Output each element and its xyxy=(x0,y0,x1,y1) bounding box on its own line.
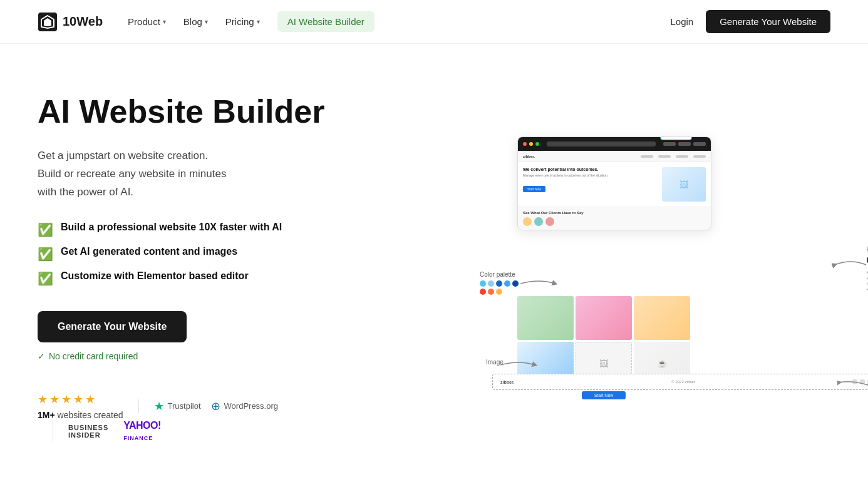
nav-ai-builder[interactable]: AI Website Builder xyxy=(277,11,375,32)
finance-label: FINANCE xyxy=(123,435,153,441)
palette-dot-5 xyxy=(512,280,519,287)
cta-wrapper: Generate Your Website xyxy=(38,311,388,351)
count-number: 1M+ xyxy=(38,410,55,420)
websites-count: 1M+ websites created xyxy=(38,410,123,420)
feature-text-3: Customize with Elementor based editor xyxy=(61,270,249,282)
trustpilot-label: Trustpilot xyxy=(168,401,201,411)
trustpilot-icon: ★ xyxy=(154,399,164,413)
hero-description: Get a jumpstart on website creation. Bui… xyxy=(38,147,388,202)
mockup-min-dot xyxy=(529,142,533,146)
footer-mockup-logo: zibber. xyxy=(500,380,514,384)
palette-dot-7 xyxy=(488,289,494,295)
check-icon-3: ✅ xyxy=(38,271,53,286)
illustration-container: zibber. We convert potential into outcom… xyxy=(480,136,830,399)
color-palette-label: Color palette xyxy=(480,271,524,278)
footer-arrow xyxy=(837,375,868,391)
bi-label2: INSIDER xyxy=(68,431,101,439)
logo[interactable]: 10Web xyxy=(38,12,103,32)
navbar-left: 10Web Product ▾ Blog ▾ Pricing ▾ AI Webs… xyxy=(38,11,375,32)
brand-name: 10Web xyxy=(63,14,103,29)
mockup-hero-img-icon: 🖼 xyxy=(679,180,688,190)
wordpress-icon: ⊕ xyxy=(211,399,220,413)
font-arrow xyxy=(832,255,868,274)
nav-product[interactable]: Product ▾ xyxy=(128,16,166,27)
stars-block: ★ ★ ★ ★ ★ 1M+ websites created xyxy=(38,392,123,420)
no-credit-check-icon: ✓ xyxy=(38,351,45,361)
navbar: 10Web Product ▾ Blog ▾ Pricing ▾ AI Webs… xyxy=(0,0,868,44)
nav-pricing[interactable]: Pricing ▾ xyxy=(225,16,260,27)
hero-cta-button[interactable]: Generate Your Website xyxy=(38,311,187,342)
color-palette-annotation: Color palette xyxy=(480,271,524,295)
feature-item-1: ✅ Build a professional website 10X faste… xyxy=(38,222,388,237)
press-business-insider: BUSINESS INSIDER xyxy=(68,424,108,439)
feature-text-2: Get AI generated content and images xyxy=(61,246,237,257)
mockup-max-dot xyxy=(535,142,539,146)
mockup-testimonials-title: See What Our Clients Have to Say xyxy=(523,211,706,215)
chevron-down-icon: ▾ xyxy=(205,18,208,25)
chevron-down-icon: ▾ xyxy=(257,18,260,25)
grid-mug-icon: ☕ xyxy=(658,359,667,368)
footer-mockup-text: © 2022 zibber xyxy=(671,380,695,384)
footer-mockup: zibber. © 2022 zibber xyxy=(492,374,868,390)
hero-section: AI Website Builder Get a jumpstart on we… xyxy=(0,44,868,477)
star-5: ★ xyxy=(85,392,95,406)
grid-start-now-btn: Start Now xyxy=(582,391,626,399)
palette-dot-8 xyxy=(496,289,502,295)
login-button[interactable]: Login xyxy=(670,16,693,27)
nav-cta-button[interactable]: Generate Your Website xyxy=(706,10,830,33)
image-annotation: Image xyxy=(486,359,504,366)
palette-dot-4 xyxy=(504,280,510,287)
nav-blog[interactable]: Blog ▾ xyxy=(183,16,208,27)
count-label: websites created xyxy=(58,410,123,420)
navbar-right: Login Generate Your Website xyxy=(670,10,830,33)
press-logos: BUSINESS INSIDER YAHOO! FINANCE xyxy=(53,420,161,443)
palette-arrow xyxy=(520,277,558,290)
no-credit-text: No credit card required xyxy=(49,351,138,361)
chevron-down-icon: ▾ xyxy=(163,18,166,25)
feature-item-3: ✅ Customize with Elementor based editor xyxy=(38,270,388,286)
hero-title: AI Website Builder xyxy=(38,94,388,130)
wordpress-label: WordPress.org xyxy=(224,401,278,411)
star-2: ★ xyxy=(49,392,59,406)
feature-text-1: Build a professional website 10X faster … xyxy=(61,222,282,233)
hero-illustration: zibber. We convert potential into outcom… xyxy=(480,136,830,399)
hero-left: AI Website Builder Get a jumpstart on we… xyxy=(38,94,388,443)
star-4: ★ xyxy=(73,392,83,406)
press-yahoo: YAHOO! FINANCE xyxy=(123,420,161,443)
wordpress-badge[interactable]: ⊕ WordPress.org xyxy=(211,399,278,413)
star-rating: ★ ★ ★ ★ ★ xyxy=(38,392,123,406)
mockup-start-btn: Start Now xyxy=(523,186,545,192)
no-credit-notice: ✓ No credit card required xyxy=(38,351,388,361)
hero-desc-line1: Get a jumpstart on website creation. xyxy=(38,147,388,165)
check-icon-1: ✅ xyxy=(38,222,53,237)
palette-dot-1 xyxy=(480,280,486,287)
mockup-close-dot xyxy=(523,142,527,146)
palette-dot-6 xyxy=(480,289,486,295)
grid-cell-3 xyxy=(634,296,690,340)
grid-img-placeholder-icon: 🖼 xyxy=(599,359,608,369)
hero-desc-line2: Build or recreate any website in minutes xyxy=(38,165,388,183)
yahoo-label: YAHOO! xyxy=(123,420,161,431)
bi-label: BUSINESS xyxy=(68,424,108,431)
mockup-hero-heading: We convert potential into outcomes. xyxy=(523,167,658,172)
social-proof: ★ ★ ★ ★ ★ 1M+ websites created ★ Trustpi… xyxy=(38,392,388,443)
logo-icon xyxy=(38,12,58,32)
website-mockup: zibber. We convert potential into outcom… xyxy=(517,136,711,230)
trustpilot-badge[interactable]: ★ Trustpilot xyxy=(154,399,201,413)
header-annotation: Header xyxy=(660,136,692,140)
feature-list: ✅ Build a professional website 10X faste… xyxy=(38,222,388,286)
image-arrow xyxy=(500,357,538,373)
palette-dot-2 xyxy=(488,280,494,287)
feature-item-2: ✅ Get AI generated content and images xyxy=(38,246,388,262)
grid-cell-1 xyxy=(517,296,574,340)
mockup-hero-subtext: Manage every one of actions in outcomes … xyxy=(523,173,658,178)
palette-dot-3 xyxy=(496,280,502,287)
nav-links: Product ▾ Blog ▾ Pricing ▾ AI Website Bu… xyxy=(128,11,375,32)
trust-logos: ★ Trustpilot ⊕ WordPress.org xyxy=(138,399,278,413)
grid-cell-2 xyxy=(576,296,632,340)
star-1: ★ xyxy=(38,392,48,406)
check-icon-2: ✅ xyxy=(38,247,53,262)
hero-desc-line3: with the power of AI. xyxy=(38,183,388,202)
star-3: ★ xyxy=(61,392,71,406)
